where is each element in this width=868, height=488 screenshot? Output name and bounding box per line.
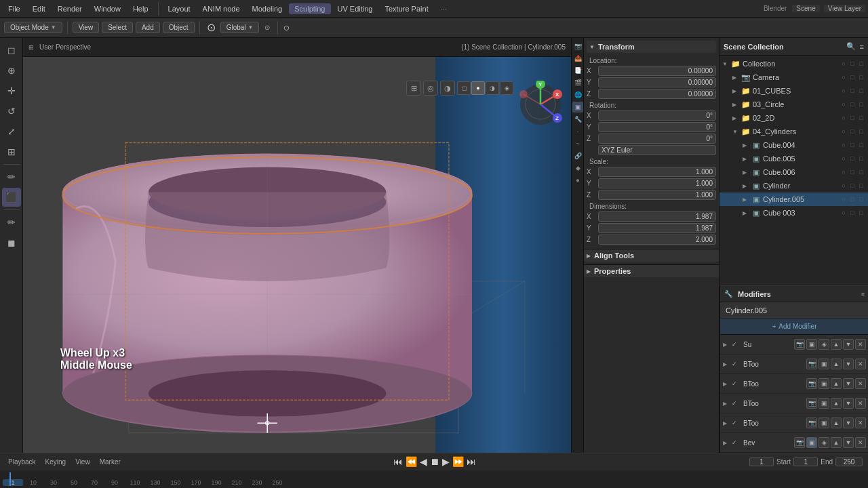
btoo1-del-btn[interactable]: ✕: [855, 359, 866, 369]
annotate-tool[interactable]: ✏: [2, 167, 21, 186]
scale-tool[interactable]: ⤢: [2, 122, 21, 141]
su-down-btn[interactable]: ▼: [843, 339, 854, 350]
cube004-cam[interactable]: □: [848, 142, 856, 148]
scene-props-icon[interactable]: 🎬: [572, 77, 583, 88]
jump-start-btn[interactable]: ⏮: [393, 456, 403, 467]
grease-pencil-fill[interactable]: ◼: [2, 233, 21, 252]
tree-item-01cubes[interactable]: ▶ 📁 01_CUBES ○ □ □: [719, 84, 868, 98]
play-reverse-btn[interactable]: ◀: [420, 456, 427, 467]
circle-render-icon[interactable]: □: [857, 101, 865, 108]
tree-item-cube005[interactable]: ▶ ▣ Cube.005 ○ □ □: [719, 152, 868, 165]
render-menu[interactable]: Render: [52, 3, 87, 14]
scale-y-input[interactable]: [598, 178, 716, 188]
jump-end-btn[interactable]: ⏭: [467, 456, 476, 467]
circle-vis-icon[interactable]: □: [848, 101, 856, 108]
cubes-vis-icon[interactable]: □: [848, 87, 856, 94]
view-layer-props-icon[interactable]: 📑: [572, 65, 583, 76]
playback-label[interactable]: Playback: [5, 458, 39, 466]
tree-item-collection[interactable]: ▼ 📁 Collection ○ □ □: [719, 57, 868, 70]
shading-solid-btn[interactable]: ●: [471, 81, 485, 95]
btoo2-expand[interactable]: ▶: [723, 381, 730, 387]
stop-btn[interactable]: ⏹: [430, 456, 439, 467]
workspace-modeling[interactable]: Modeling: [247, 3, 288, 14]
loc-z-input[interactable]: [598, 89, 716, 99]
btoo2-cam-btn[interactable]: 📷: [806, 378, 817, 389]
btoo4-up-btn[interactable]: ▲: [831, 418, 842, 428]
end-frame-input[interactable]: [835, 458, 863, 466]
rot-y-input[interactable]: [598, 122, 716, 132]
object-btn[interactable]: Object: [163, 22, 195, 33]
bev-down-btn[interactable]: ▼: [843, 437, 854, 448]
workspace-anim-node[interactable]: ANIM node: [197, 3, 245, 14]
grease-pencil-tool[interactable]: ✏: [2, 213, 21, 232]
btoo2-checkbox[interactable]: ✓: [732, 380, 741, 387]
btoo2-down-btn[interactable]: ▼: [843, 378, 854, 389]
cursor-tool[interactable]: ⊕: [2, 61, 21, 80]
cam-vis-icon[interactable]: □: [848, 74, 856, 81]
cube005-render[interactable]: □: [857, 155, 865, 162]
2d-vis-icon[interactable]: □: [848, 115, 856, 121]
2d-eye-icon[interactable]: ○: [840, 115, 848, 121]
play-btn[interactable]: ▶: [442, 456, 450, 467]
cylinder-eye[interactable]: ○: [840, 182, 848, 189]
bev-edit-btn[interactable]: ▣: [806, 437, 817, 448]
cube004-render[interactable]: □: [857, 142, 865, 148]
col-eye-icon[interactable]: ○: [840, 60, 848, 67]
workspace-texture-paint[interactable]: Texture Paint: [379, 3, 433, 14]
tree-item-cylinder005[interactable]: ▶ ▣ Cylinder.005 ○ □ □: [719, 192, 868, 206]
btoo3-cam-btn[interactable]: 📷: [806, 398, 817, 409]
rot-z-input[interactable]: [598, 134, 716, 144]
btoo3-checkbox[interactable]: ✓: [732, 400, 741, 407]
btoo3-down-btn[interactable]: ▼: [843, 398, 854, 409]
scale-x-input[interactable]: [598, 167, 716, 177]
btoo4-down-btn[interactable]: ▼: [843, 418, 854, 428]
viewport-canvas[interactable]: Wheel Up x3 Middle Mouse X Y: [23, 57, 571, 453]
cube003-eye[interactable]: ○: [840, 209, 848, 216]
pivot-selector[interactable]: ⊙: [262, 24, 273, 31]
move-tool[interactable]: ✛: [2, 81, 21, 100]
workspace-layout[interactable]: Layout: [163, 3, 196, 14]
btoo4-checkbox[interactable]: ✓: [732, 420, 741, 426]
su-checkbox[interactable]: ✓: [732, 341, 741, 348]
bev-checkbox[interactable]: ✓: [732, 439, 741, 446]
scale-z-input[interactable]: [598, 190, 716, 200]
tree-item-cube004[interactable]: ▶ ▣ Cube.004 ○ □ □: [719, 138, 868, 152]
properties-header[interactable]: ▶ Properties: [584, 265, 719, 277]
measure-tool[interactable]: ⬛: [2, 188, 21, 207]
su-cam-btn[interactable]: 📷: [794, 339, 805, 350]
keying-label[interactable]: Keying: [43, 458, 69, 466]
step-fwd-btn[interactable]: ⏩: [452, 456, 464, 467]
align-tools-header[interactable]: ▶ Align Tools: [584, 249, 719, 262]
su-render-btn[interactable]: ◈: [818, 339, 829, 350]
btoo2-up-btn[interactable]: ▲: [831, 378, 842, 389]
dim-y-input[interactable]: [598, 223, 716, 233]
data-props-icon[interactable]: ◆: [572, 163, 583, 174]
cube006-eye[interactable]: ○: [840, 169, 848, 176]
object-props-icon[interactable]: ▣: [572, 102, 583, 113]
su-edit-btn[interactable]: ▣: [806, 339, 817, 350]
file-menu[interactable]: File: [3, 3, 26, 14]
world-props-icon[interactable]: 🌐: [572, 89, 583, 100]
bev-render-btn[interactable]: ◈: [818, 437, 829, 448]
su-expand[interactable]: ▶: [723, 342, 730, 348]
current-frame-input[interactable]: [749, 458, 774, 466]
step-back-btn[interactable]: ⏪: [406, 456, 417, 467]
workspace-shading[interactable]: ···: [435, 3, 452, 14]
shading-wire-btn[interactable]: ◻: [457, 81, 471, 95]
tree-item-camera[interactable]: ▶ 📷 Camera ○ □ □: [719, 70, 868, 84]
cube006-render[interactable]: □: [857, 169, 865, 176]
bev-up-btn[interactable]: ▲: [831, 437, 842, 448]
transform-orientation[interactable]: Global ▼: [220, 22, 260, 33]
marker-label[interactable]: Marker: [97, 458, 123, 466]
dim-z-input[interactable]: [598, 235, 716, 245]
shading-material-btn[interactable]: ◑: [486, 81, 499, 95]
viewport-xray-btn[interactable]: ◑: [440, 81, 455, 96]
btoo4-edit-btn[interactable]: ▣: [818, 418, 829, 428]
workspace-uv-editing[interactable]: UV Editing: [332, 3, 378, 14]
window-menu[interactable]: Window: [89, 3, 126, 14]
transform-tool[interactable]: ⊞: [2, 142, 21, 161]
outliner-search-icon[interactable]: 🔍: [846, 42, 856, 51]
magnet-icon[interactable]: ⊙: [205, 21, 218, 34]
scene-selector[interactable]: Blender: [760, 5, 791, 12]
cylinder-cam[interactable]: □: [848, 182, 856, 189]
